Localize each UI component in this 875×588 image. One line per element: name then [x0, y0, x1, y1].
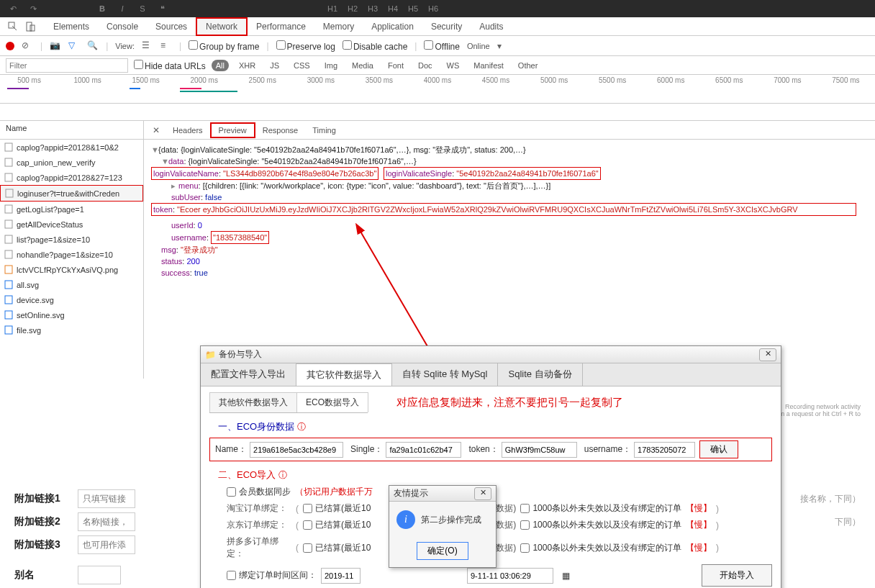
hide-data-urls-check[interactable]: Hide data URLs: [134, 60, 206, 71]
search-icon[interactable]: 🔍: [87, 40, 99, 52]
filter-all[interactable]: All: [212, 60, 229, 71]
sub-tab-0[interactable]: 其他软件数据导入: [209, 392, 297, 412]
request-item[interactable]: cap_union_new_verify: [0, 155, 143, 170]
view-list-icon[interactable]: ≡: [160, 40, 172, 52]
clear-icon[interactable]: ⊘: [22, 40, 33, 52]
h6-icon[interactable]: H6: [426, 2, 440, 15]
bold-icon[interactable]: B: [95, 2, 109, 15]
info-icon[interactable]: ⓘ: [297, 422, 306, 432]
tab-application[interactable]: Application: [363, 19, 422, 35]
dialog-close-button[interactable]: ✕: [759, 348, 776, 361]
request-item[interactable]: nohandle?page=1&size=10: [0, 247, 143, 262]
settled-check[interactable]: 已结算(最近10: [303, 519, 371, 531]
start-import-button[interactable]: 开始导入: [702, 564, 772, 587]
detail-tab-headers[interactable]: Headers: [166, 124, 210, 137]
dlg-tab-1[interactable]: 其它软件数据导入: [296, 363, 392, 386]
h1-icon[interactable]: H1: [325, 2, 340, 15]
request-item[interactable]: all.svg: [0, 277, 143, 292]
dlg-tab-3[interactable]: Sqlite 自动备份: [498, 363, 582, 386]
unbound-check[interactable]: 1000条以外未失效以及没有绑定的订单: [520, 502, 681, 515]
request-item[interactable]: device.svg: [0, 292, 143, 307]
tab-audits[interactable]: Audits: [471, 19, 512, 35]
tab-security[interactable]: Security: [422, 19, 471, 35]
filter-img[interactable]: Img: [320, 60, 342, 71]
time-to-input[interactable]: [467, 568, 553, 584]
chevron-down-icon[interactable]: ▾: [497, 41, 502, 51]
filter-input[interactable]: [6, 58, 128, 73]
h2-icon[interactable]: H2: [345, 2, 360, 15]
tab-sources[interactable]: Sources: [147, 19, 196, 35]
filter-font[interactable]: Font: [384, 60, 408, 71]
request-item[interactable]: list?page=1&size=10: [0, 232, 143, 247]
settled-check[interactable]: 已结算(最近10: [303, 542, 371, 554]
token-input[interactable]: [502, 442, 577, 458]
device-icon[interactable]: [23, 19, 37, 34]
username-input[interactable]: [634, 442, 695, 458]
name-input[interactable]: [250, 442, 343, 458]
filter-manifest[interactable]: Manifest: [469, 60, 508, 71]
timeline[interactable]: 500 ms 1000 ms 1500 ms 2000 ms 2500 ms 3…: [0, 75, 875, 104]
msgbox-ok-button[interactable]: 确定(O): [417, 542, 468, 560]
single-input[interactable]: [386, 442, 461, 458]
msgbox-close-button[interactable]: ✕: [474, 487, 491, 500]
disable-cache-check[interactable]: Disable cache: [343, 40, 407, 52]
h3-icon[interactable]: H3: [366, 2, 380, 15]
tab-performance[interactable]: Performance: [248, 19, 314, 35]
group-by-frame-check[interactable]: Group by frame: [189, 40, 259, 52]
link2-input[interactable]: [78, 512, 135, 531]
unbound-check[interactable]: 1000条以外未失效以及没有绑定的订单: [520, 519, 681, 531]
request-item[interactable]: caplog?appid=20128&1=0&2: [0, 140, 143, 155]
inspect-icon[interactable]: [6, 19, 20, 34]
filter-js[interactable]: JS: [266, 60, 284, 71]
camera-icon[interactable]: 📷: [50, 40, 61, 52]
request-item[interactable]: getAllDeviceStatus: [0, 217, 143, 232]
filter-ws[interactable]: WS: [443, 60, 464, 71]
online-label[interactable]: Online: [467, 42, 490, 50]
time-range-check[interactable]: 绑定订单时间区间：: [227, 569, 317, 582]
filter-other[interactable]: Other: [514, 60, 543, 71]
detail-tab-response[interactable]: Response: [255, 124, 306, 137]
request-item[interactable]: file.svg: [0, 322, 143, 338]
alias-input[interactable]: [78, 566, 121, 584]
undo-icon[interactable]: ↶: [6, 2, 20, 15]
tab-console[interactable]: Console: [98, 19, 147, 35]
h4-icon[interactable]: H4: [386, 2, 400, 15]
quote-icon[interactable]: ❝: [155, 2, 170, 15]
unbound-check[interactable]: 1000条以外未失效以及没有绑定的订单: [520, 542, 681, 554]
calendar-icon[interactable]: ▦: [562, 571, 570, 581]
filter-icon[interactable]: ▽: [68, 40, 80, 52]
italic-icon[interactable]: I: [115, 2, 130, 15]
tab-network[interactable]: Network: [196, 17, 248, 36]
detail-tab-preview[interactable]: Preview: [210, 122, 255, 138]
request-item[interactable]: lctvVCLfRpYCkYxAsiVQ.png: [0, 262, 143, 277]
redo-icon[interactable]: ↷: [26, 2, 40, 15]
info-icon-2[interactable]: ⓘ: [278, 470, 287, 480]
close-icon[interactable]: ✕: [147, 125, 166, 135]
h5-icon[interactable]: H5: [406, 2, 420, 15]
request-item[interactable]: getLogList?page=1: [0, 202, 143, 217]
record-icon[interactable]: [6, 42, 14, 50]
preserve-log-check[interactable]: Preserve log: [276, 40, 335, 52]
filter-media[interactable]: Media: [348, 60, 378, 71]
request-item[interactable]: caplog?appid=20128&27=123: [0, 170, 143, 185]
view-large-icon[interactable]: ☰: [142, 40, 153, 52]
dlg-tab-2[interactable]: 自转 Sqlite 转 MySql: [392, 363, 498, 386]
strike-icon[interactable]: S: [135, 2, 150, 15]
detail-tab-timing[interactable]: Timing: [305, 124, 343, 137]
settled-check[interactable]: 已结算(最近10: [303, 502, 371, 515]
sync-check[interactable]: 会员数据同步: [227, 486, 291, 498]
offline-check[interactable]: Offline: [424, 40, 459, 52]
filter-xhr[interactable]: XHR: [235, 60, 260, 71]
sub-tab-1[interactable]: ECO数据导入: [296, 392, 368, 412]
link3-input[interactable]: [78, 535, 135, 554]
confirm-button[interactable]: 确认: [699, 440, 738, 458]
request-item[interactable]: setOnline.svg: [0, 307, 143, 322]
time-from-input[interactable]: [321, 568, 361, 584]
tab-memory[interactable]: Memory: [314, 19, 363, 35]
dlg-tab-0[interactable]: 配置文件导入导出: [201, 363, 296, 386]
request-item[interactable]: loginuser?t=true&withCreden: [0, 185, 143, 202]
filter-doc[interactable]: Doc: [414, 60, 437, 71]
filter-css[interactable]: CSS: [289, 60, 314, 71]
link1-input[interactable]: [78, 489, 135, 508]
tab-elements[interactable]: Elements: [45, 19, 98, 35]
